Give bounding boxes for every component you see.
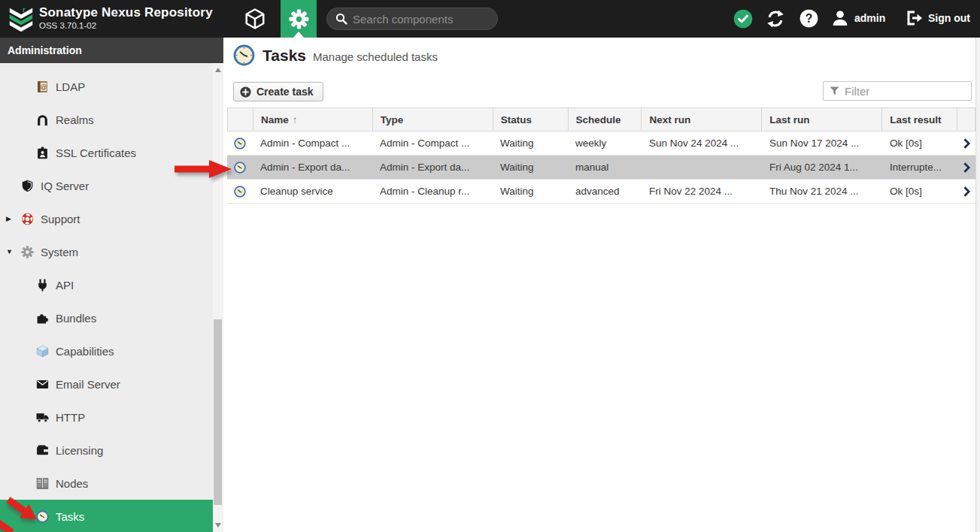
app-version: OSS 3.70.1-02 [39, 20, 213, 31]
sidebar-scrollbar-thumb[interactable] [214, 319, 222, 505]
search-input[interactable] [353, 13, 488, 26]
sidebar-item-system[interactable]: ▼ System [0, 235, 213, 268]
sidebar-item-support[interactable]: ▶ Support [0, 202, 213, 235]
app-title: Sonatype Nexus Repository [39, 5, 213, 20]
cube-outline-icon [244, 8, 266, 30]
sidebar-item-capabilities[interactable]: Capabilities [0, 334, 213, 367]
column-header-schedule[interactable]: Schedule [569, 108, 642, 131]
sidebar-item-label: Nodes [56, 477, 88, 490]
sidebar-item-ssl-certificates[interactable]: SSL Certificates [0, 136, 213, 169]
sidebar-item-label: SSL Certificates [56, 147, 136, 159]
row-chevron-icon[interactable] [957, 156, 975, 179]
sign-out-icon [905, 9, 923, 27]
expand-arrow-icon[interactable]: ▼ [6, 248, 20, 255]
sidebar-item-realms[interactable]: Realms [0, 103, 213, 136]
cube-icon [35, 344, 50, 358]
task-status: Waiting [493, 156, 568, 179]
refresh-icon [766, 10, 784, 28]
task-type: Admin - Cleanup r... [372, 180, 493, 203]
task-type: Admin - Compact ... [372, 131, 493, 155]
table-row[interactable]: Admin - Compact ... Admin - Compact ... … [227, 131, 975, 156]
sidebar-item-iq-server[interactable]: IQ Server [0, 169, 213, 202]
id-badge-icon [35, 146, 50, 159]
nexus-repository-window: r Sonatype Nexus Repository OSS 3.70.1-0… [0, 0, 980, 532]
wallet-icon [35, 443, 50, 457]
sidebar-item-label: API [56, 279, 74, 292]
page-title: Tasks [262, 47, 306, 65]
sort-ascending-icon: ↑ [293, 114, 298, 125]
gear-icon [289, 9, 309, 29]
search-icon [335, 13, 347, 25]
row-chevron-icon[interactable] [957, 131, 975, 155]
task-next-run: Sun Nov 24 2024 ... [642, 131, 762, 155]
task-name: Admin - Compact ... [253, 131, 372, 155]
column-header-name[interactable]: Name ↑ [253, 108, 373, 131]
column-header-last-result[interactable]: Last result [882, 108, 957, 131]
main-scrollbar-track[interactable] [975, 38, 980, 532]
sidebar-item-label: IQ Server [41, 180, 89, 192]
scroll-down-arrow-icon[interactable] [215, 523, 221, 527]
page-header: Tasks Manage scheduled tasks [233, 44, 438, 66]
icon-column-header [228, 108, 253, 131]
task-type: Admin - Export da... [372, 156, 493, 179]
column-header-status[interactable]: Status [493, 108, 569, 131]
tasks-clock-icon [233, 44, 255, 66]
browse-mode-button[interactable] [238, 0, 272, 38]
user-icon [831, 9, 849, 27]
health-status-button[interactable] [733, 9, 753, 29]
refresh-button[interactable] [766, 10, 784, 28]
lifebuoy-icon [20, 212, 35, 225]
plug-icon [35, 278, 50, 292]
sidebar-item-label: LDAP [56, 80, 85, 93]
sidebar-item-api[interactable]: API [0, 268, 213, 301]
sidebar-item-label: Realms [56, 113, 94, 126]
scroll-up-arrow-icon[interactable] [215, 68, 221, 72]
svg-text:@: @ [41, 83, 47, 90]
row-clock-icon [227, 156, 253, 179]
task-last-run: Fri Aug 02 2024 1... [762, 156, 882, 179]
column-header-next-run[interactable]: Next run [642, 108, 762, 131]
collapse-arrow-icon[interactable]: ▶ [6, 215, 20, 222]
table-header-row: Name ↑ Type Status Schedule Next run Las… [227, 107, 975, 131]
task-name: Cleanup service [253, 180, 372, 203]
sidebar-item-ldap[interactable]: @ LDAP [0, 70, 213, 103]
sidebar-scrollbar[interactable] [213, 63, 223, 532]
sign-out-button[interactable]: Sign out [905, 9, 970, 27]
puzzle-icon [35, 311, 50, 325]
sidebar-section-title: Administration [0, 38, 223, 63]
sidebar-item-tasks[interactable]: Tasks [0, 500, 213, 532]
task-schedule: weekly [568, 131, 642, 155]
task-last-result: Interrupte... [882, 156, 957, 179]
row-chevron-icon[interactable] [957, 180, 975, 203]
help-icon: ? [799, 9, 818, 28]
sidebar-item-bundles[interactable]: Bundles [0, 301, 213, 334]
sidebar-item-label: Tasks [56, 510, 84, 523]
column-header-last-run[interactable]: Last run [762, 108, 882, 131]
envelope-icon [35, 377, 50, 391]
table-row[interactable]: Admin - Export da... Admin - Export da..… [227, 156, 975, 180]
create-task-button[interactable]: Create task [233, 82, 323, 101]
admin-mode-button[interactable] [281, 0, 317, 38]
sidebar-item-label: Capabilities [56, 345, 114, 358]
main-content: Tasks Manage scheduled tasks Create task… [223, 38, 975, 532]
realms-arch-icon [35, 113, 50, 126]
task-schedule: manual [568, 156, 642, 179]
row-clock-icon [227, 180, 253, 203]
sidebar-item-licensing[interactable]: Licensing [0, 434, 213, 467]
selected-tab-notch [293, 32, 304, 38]
sign-out-label: Sign out [928, 12, 970, 24]
sidebar-item-email-server[interactable]: Email Server [0, 367, 213, 401]
sidebar-item-nodes[interactable]: Nodes [0, 467, 213, 500]
column-header-type[interactable]: Type [373, 108, 493, 131]
task-next-run: Fri Nov 22 2024 ... [642, 180, 762, 203]
table-row[interactable]: Cleanup service Admin - Cleanup r... Wai… [227, 180, 975, 204]
user-menu-button[interactable]: admin [831, 9, 885, 27]
component-search [326, 8, 498, 30]
shield-icon [20, 179, 35, 192]
app-title-block: Sonatype Nexus Repository OSS 3.70.1-02 [39, 5, 213, 31]
help-button[interactable]: ? [799, 9, 818, 28]
filter-input[interactable] [845, 85, 957, 98]
sidebar-item-label: Email Server [56, 378, 120, 391]
task-name: Admin - Export da... [253, 156, 372, 179]
sidebar-item-http[interactable]: HTTP [0, 401, 213, 434]
